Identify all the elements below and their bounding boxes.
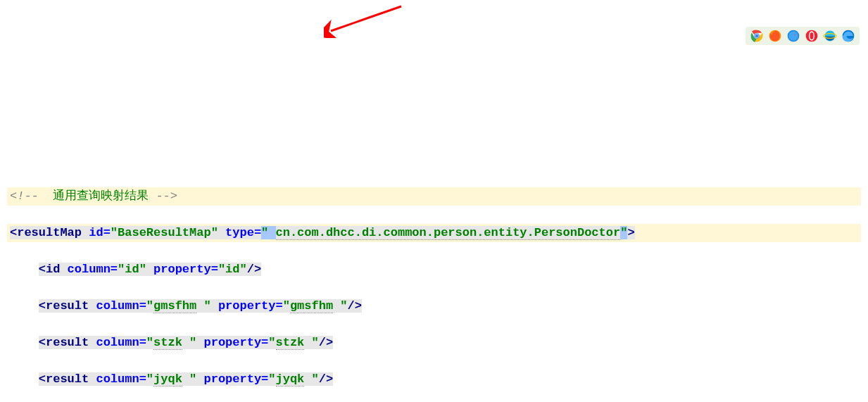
svg-point-10	[810, 32, 814, 39]
code-line: <result column="stzk " property="stzk "/…	[7, 334, 861, 352]
attr-type: type=	[218, 226, 261, 239]
chrome-icon[interactable]	[750, 29, 764, 43]
tag-selfclose: />	[247, 263, 261, 276]
val-id: "BaseResultMap"	[111, 226, 218, 239]
val: "id"	[118, 263, 146, 276]
attr-property: property=	[196, 336, 268, 349]
selection-space	[268, 226, 275, 239]
tag-selfclose: />	[348, 299, 362, 313]
code-line: <resultMap id="BaseResultMap" type=" cn.…	[7, 224, 861, 242]
val: stzk	[276, 336, 305, 350]
ie-icon[interactable]	[823, 29, 837, 43]
code-line: <!-- 通用查询映射结果 -->	[7, 187, 861, 206]
attr-property: property=	[146, 263, 218, 276]
selection-quote: "	[261, 226, 268, 239]
tag-id: <id	[39, 263, 61, 276]
code-line: <result column="gmsfhm " property="gmsfh…	[7, 297, 861, 315]
attr-property: property=	[211, 299, 283, 313]
firefox-icon[interactable]	[768, 29, 782, 43]
tag-selfclose: />	[319, 372, 333, 386]
tag-result: <result	[39, 336, 89, 349]
attr-column: column=	[89, 336, 146, 349]
svg-line-0	[331, 6, 401, 31]
val-type: cn.com.dhcc.di.common.person.entity.Pers…	[276, 226, 621, 240]
code-line: <result column="jyqk " property="jyqk "/…	[7, 370, 861, 389]
tag-selfclose: />	[319, 336, 333, 349]
val: gmsfhm	[153, 299, 196, 313]
comment-close: -->	[156, 189, 177, 203]
tag-close: >	[627, 226, 634, 239]
attr-column: column=	[89, 372, 146, 386]
tag-resultmap: <resultMap	[10, 226, 82, 239]
val: jyqk	[276, 372, 305, 387]
svg-point-7	[788, 31, 798, 40]
opera-icon[interactable]	[805, 29, 819, 43]
tag-result: <result	[39, 372, 89, 386]
attr-column: column=	[60, 263, 118, 276]
tag-result: <result	[39, 299, 89, 313]
code-line: <id column="id" property="id"/>	[7, 260, 861, 279]
comment-text: 通用查询映射结果	[46, 189, 156, 203]
comment-open: <!--	[10, 189, 46, 203]
val: stzk	[153, 336, 182, 350]
attr-column: column=	[89, 299, 146, 313]
selection-quote: "	[620, 226, 627, 239]
attr-property: property=	[196, 372, 268, 386]
svg-point-4	[755, 34, 759, 38]
browser-icons-bar	[746, 27, 860, 45]
val: gmsfhm	[290, 299, 333, 313]
annotation-arrow	[324, 3, 408, 38]
attr-id: id=	[82, 226, 111, 239]
val: "id"	[218, 263, 247, 276]
edge-icon[interactable]	[841, 29, 855, 43]
safari-icon[interactable]	[786, 29, 800, 43]
val: jyqk	[153, 372, 182, 387]
